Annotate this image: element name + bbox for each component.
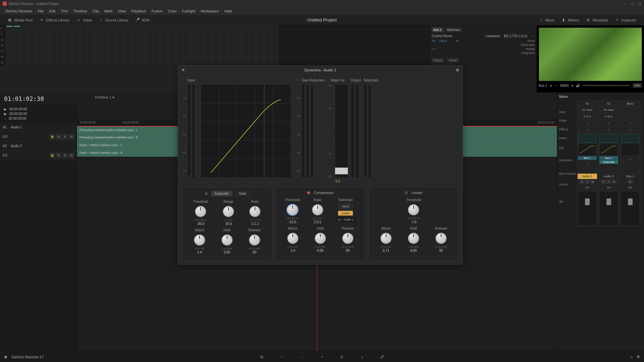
track-lock-button[interactable]: 🔒 bbox=[50, 134, 55, 139]
track-m-button[interactable]: M bbox=[69, 134, 74, 139]
loop-icon[interactable]: ○ bbox=[4, 117, 6, 120]
comp-release-knob[interactable] bbox=[342, 232, 354, 244]
page-fusion[interactable]: ✦ bbox=[319, 354, 325, 360]
track-r-button[interactable]: R bbox=[56, 134, 61, 139]
mixer-r-button[interactable]: R bbox=[601, 180, 606, 184]
mixer-dynamics-bus1[interactable] bbox=[621, 143, 639, 156]
metadata-button[interactable]: ⊞ Metadata bbox=[583, 16, 611, 24]
page-edit[interactable]: ⎍ bbox=[299, 354, 305, 360]
exp-ratio-knob[interactable] bbox=[249, 205, 261, 218]
lim-hold-knob[interactable] bbox=[408, 232, 420, 244]
comp-attack-knob[interactable] bbox=[287, 232, 299, 244]
preview-main[interactable]: MAIN bbox=[560, 84, 569, 87]
mixer-m-button[interactable]: M bbox=[612, 180, 616, 184]
comp-hold-knob[interactable] bbox=[314, 232, 326, 244]
mixer-eq-bus1[interactable] bbox=[621, 134, 639, 143]
cr-tab-sidechain[interactable]: Sidechain bbox=[445, 27, 462, 32]
exp-hold-knob[interactable] bbox=[221, 234, 233, 246]
lim-release-knob[interactable] bbox=[435, 232, 447, 244]
meters-button[interactable]: ▮ Meters bbox=[558, 16, 583, 24]
menu-workspace[interactable]: Workspace bbox=[198, 9, 222, 13]
home-icon[interactable]: ⌂ bbox=[630, 355, 633, 359]
close-button[interactable]: ✕ bbox=[639, 2, 641, 6]
gear-icon[interactable]: ⚙ bbox=[456, 68, 459, 72]
expander-toggle[interactable] bbox=[205, 192, 208, 195]
comp-threshold-knob[interactable] bbox=[286, 204, 299, 216]
page-cut[interactable]: ✂ bbox=[278, 354, 285, 360]
mixer-eq-a1[interactable] bbox=[578, 134, 596, 143]
maximize-button[interactable]: ▢ bbox=[631, 2, 634, 6]
exp-threshold-knob[interactable] bbox=[195, 205, 207, 218]
track-s-button[interactable]: S bbox=[62, 153, 68, 158]
track-s-button[interactable]: S bbox=[62, 134, 68, 139]
menu-mark[interactable]: Mark bbox=[102, 9, 115, 13]
menu-trim[interactable]: Trim bbox=[58, 9, 71, 13]
sc-send-button[interactable]: Send bbox=[338, 204, 353, 209]
menu-color[interactable]: Color bbox=[165, 9, 179, 13]
settings-icon[interactable]: ⚙ bbox=[637, 355, 640, 359]
mixer-fader-a2[interactable] bbox=[600, 192, 618, 225]
play-icon[interactable]: ▶ bbox=[4, 112, 7, 116]
menu-view[interactable]: View bbox=[115, 9, 128, 13]
reset-button[interactable]: Reset bbox=[447, 58, 459, 63]
menu-file[interactable]: File bbox=[35, 9, 47, 13]
sc-source-select[interactable]: A1 - Audio 1 bbox=[335, 217, 356, 222]
track-a1-header[interactable]: A1 Audio 1 bbox=[0, 123, 77, 132]
exp-release-knob[interactable] bbox=[249, 234, 261, 246]
page-fairlight[interactable]: ♪ bbox=[359, 354, 366, 360]
track-r-button[interactable]: R bbox=[56, 153, 61, 158]
pause-button[interactable]: Pause bbox=[432, 58, 444, 63]
menu-edit[interactable]: Edit bbox=[46, 9, 58, 13]
timeline-selector[interactable]: Timeline 1 ▾ bbox=[95, 95, 114, 99]
mixer-fader-a1[interactable] bbox=[578, 192, 596, 225]
speaker-icon[interactable]: 🔊 bbox=[576, 84, 580, 87]
mixer-r-button[interactable]: R bbox=[580, 180, 584, 184]
menu-davinci[interactable]: DaVinci Resolve bbox=[3, 9, 35, 13]
inspector-button[interactable]: ✧ Inspector bbox=[611, 16, 640, 24]
arrow-icon[interactable]: → bbox=[554, 84, 558, 87]
exp-attack-knob[interactable] bbox=[194, 234, 206, 246]
media-pool-button[interactable]: ▦ Media Pool bbox=[4, 16, 36, 24]
track-lock-button[interactable]: 🔒 bbox=[50, 153, 55, 158]
menu-clip[interactable]: Clip bbox=[90, 9, 102, 13]
minimize-button[interactable]: — bbox=[623, 2, 626, 6]
loudness-menu-icon[interactable]: ⋯ bbox=[531, 34, 535, 38]
mixer-button[interactable]: ⎍ Mixer bbox=[535, 16, 558, 24]
menu-fairlight[interactable]: Fairlight bbox=[179, 9, 198, 13]
sound-library-button[interactable]: ♪ Sound Library bbox=[95, 16, 132, 24]
index-button[interactable]: ≡ Index bbox=[73, 16, 95, 24]
menu-fusion[interactable]: Fusion bbox=[149, 9, 165, 13]
mixer-m-button[interactable]: M bbox=[590, 180, 595, 184]
menu-playback[interactable]: Playback bbox=[128, 9, 149, 13]
mixer-eq-a2[interactable] bbox=[600, 134, 618, 143]
lim-attack-knob[interactable] bbox=[380, 232, 392, 244]
track-a2-header[interactable]: A2 Audio 2 bbox=[0, 141, 77, 151]
sc-listen-button[interactable]: Listen bbox=[338, 210, 353, 216]
preview-bus[interactable]: Bus 1 bbox=[539, 84, 547, 87]
compressor-toggle[interactable] bbox=[307, 191, 310, 194]
mixer-fader-bus1[interactable] bbox=[621, 192, 639, 225]
cr-tab-bus1[interactable]: Bus 1 bbox=[432, 27, 443, 32]
dim-button[interactable]: DIM bbox=[633, 83, 642, 88]
menu-help[interactable]: Help bbox=[222, 9, 235, 13]
makeup-slider[interactable] bbox=[335, 84, 348, 178]
play-icon[interactable]: ▶ bbox=[4, 107, 7, 111]
volume-slider[interactable] bbox=[583, 85, 630, 86]
menu-timeline[interactable]: Timeline bbox=[71, 9, 90, 13]
comp-ratio-knob[interactable] bbox=[312, 204, 324, 216]
expander-tab[interactable]: Expander bbox=[211, 191, 232, 196]
exp-range-knob[interactable] bbox=[222, 205, 234, 218]
page-color[interactable]: ◐ bbox=[339, 354, 345, 360]
limiter-toggle[interactable] bbox=[405, 191, 408, 194]
page-media[interactable]: ▦ bbox=[258, 354, 265, 360]
mixer-m-button[interactable]: M bbox=[628, 180, 633, 184]
gate-tab[interactable]: Gate bbox=[236, 191, 250, 196]
mixer-s-button[interactable]: S bbox=[585, 180, 590, 184]
mixer-s-button[interactable]: S bbox=[606, 180, 611, 184]
mixer-dynamics-a2[interactable] bbox=[600, 143, 618, 156]
track-m-button[interactable]: M bbox=[69, 153, 74, 158]
page-deliver[interactable]: 🚀 bbox=[379, 354, 386, 360]
lim-threshold-knob[interactable] bbox=[408, 204, 420, 216]
mixer-dynamics-a1[interactable] bbox=[578, 143, 596, 156]
adr-button[interactable]: 🎤 ADR bbox=[132, 16, 153, 24]
